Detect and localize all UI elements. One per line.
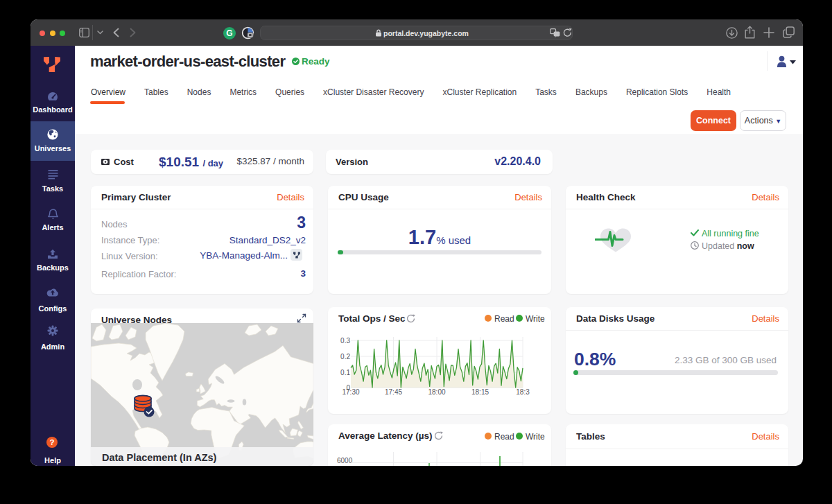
svg-text:17:45: 17:45 [385,388,402,396]
svg-text:18:00: 18:00 [428,388,445,396]
svg-text:18:15: 18:15 [471,388,489,396]
svg-text:0.3: 0.3 [340,337,350,345]
svg-text:0.2: 0.2 [340,353,350,360]
svg-text:18:3: 18:3 [516,388,530,396]
svg-text:0.1: 0.1 [340,369,350,376]
svg-text:17:30: 17:30 [342,388,359,396]
